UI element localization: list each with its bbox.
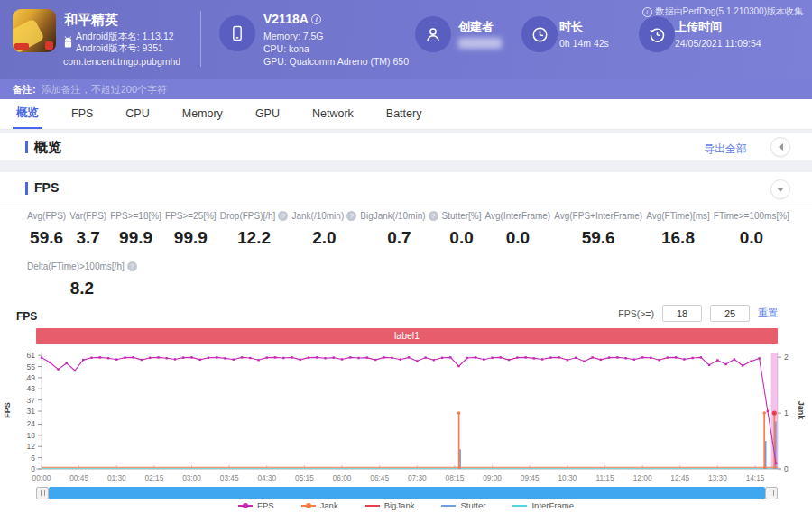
metric-Avg(FPS): Avg(FPS)59.6 bbox=[27, 211, 66, 248]
tab-GPU[interactable]: GPU bbox=[252, 99, 283, 129]
y-tick-label: 24 bbox=[27, 419, 36, 428]
fps-point bbox=[115, 358, 117, 360]
fps-point bbox=[767, 410, 769, 412]
legend-item-Jank[interactable]: Jank bbox=[301, 500, 338, 510]
y-tick-label: 49 bbox=[27, 373, 36, 382]
scrollbar-left-handle[interactable] bbox=[36, 487, 49, 499]
fps-chart-title: FPS bbox=[16, 310, 37, 323]
grip-icon bbox=[770, 490, 774, 496]
person-icon bbox=[424, 25, 442, 43]
help-icon[interactable]: ? bbox=[429, 211, 438, 221]
fps-point bbox=[149, 357, 151, 359]
overview-collapse-button[interactable] bbox=[770, 137, 790, 157]
series-BigJank-marker bbox=[772, 410, 777, 415]
metric-value: 12.2 bbox=[220, 228, 289, 248]
export-all-link[interactable]: 导出全部 bbox=[704, 142, 747, 157]
fps-threshold-controls: FPS(>=) 重置 bbox=[618, 305, 778, 322]
tab-CPU[interactable]: CPU bbox=[122, 99, 152, 129]
perfdog-report-page: 和平精英 Android版本名: 1.13.12 Android版本号: 935… bbox=[0, 0, 812, 513]
metric-label: BigJank(/10min)? bbox=[360, 211, 438, 221]
help-icon[interactable]: ? bbox=[346, 211, 356, 221]
fps-point bbox=[174, 358, 176, 360]
help-icon[interactable]: ? bbox=[278, 211, 288, 221]
chart-legend: FPSJankBigJankStutterInterFrame bbox=[0, 500, 812, 510]
legend-swatch bbox=[441, 505, 456, 507]
creator-icon-circle bbox=[415, 16, 451, 52]
fps-point bbox=[266, 356, 268, 358]
phone-icon bbox=[228, 24, 246, 42]
fps-point bbox=[600, 359, 602, 361]
fps-point bbox=[208, 357, 209, 359]
fps-point bbox=[57, 368, 59, 370]
legend-item-InterFrame[interactable]: InterFrame bbox=[512, 500, 573, 510]
x-tick-label: 09:00 bbox=[483, 473, 502, 482]
help-icon[interactable]: ? bbox=[127, 261, 137, 271]
fps-filter-label: FPS(>=) bbox=[618, 308, 654, 319]
legend-label: Stutter bbox=[460, 500, 485, 510]
metric-label: FPS>=18[%] bbox=[110, 211, 161, 221]
reset-link[interactable]: 重置 bbox=[758, 307, 778, 320]
legend-item-FPS[interactable]: FPS bbox=[238, 500, 273, 510]
y-tick-label: 18 bbox=[27, 431, 36, 440]
metric-label: Avg(FPS) bbox=[27, 211, 66, 221]
fps-point bbox=[433, 359, 435, 361]
fps-point bbox=[324, 357, 326, 359]
legend-swatch bbox=[512, 505, 527, 507]
fps-collapse-button[interactable] bbox=[770, 179, 790, 199]
fps-point bbox=[233, 358, 235, 360]
fps-point bbox=[366, 356, 368, 358]
metric-value: 2.0 bbox=[291, 228, 356, 248]
legend-item-Stutter[interactable]: Stutter bbox=[441, 500, 485, 510]
fps-point bbox=[141, 359, 143, 361]
fps-panel-title: FPS bbox=[34, 180, 59, 195]
tab-FPS[interactable]: FPS bbox=[68, 99, 97, 129]
creator-name-blurred bbox=[458, 38, 502, 49]
fps-point bbox=[616, 356, 618, 358]
fps-threshold-input-1[interactable] bbox=[662, 305, 702, 322]
fps-point bbox=[383, 356, 384, 358]
fps-threshold-input-2[interactable] bbox=[710, 305, 750, 322]
overview-header-row: 概览 导出全部 bbox=[0, 133, 812, 160]
x-tick-label: 09:45 bbox=[521, 473, 540, 482]
fps-point bbox=[475, 356, 476, 358]
metric-label: Drop(FPS)[/h]? bbox=[220, 211, 289, 221]
fps-point bbox=[291, 356, 292, 358]
jank-marker bbox=[457, 411, 461, 415]
android-icon bbox=[63, 36, 73, 52]
fps-point bbox=[641, 356, 643, 358]
x-tick-label: 11:15 bbox=[595, 473, 614, 482]
report-header: 和平精英 Android版本名: 1.13.12 Android版本号: 935… bbox=[0, 0, 812, 79]
tab-Network[interactable]: Network bbox=[309, 99, 357, 129]
fps-point bbox=[650, 357, 651, 359]
label-band[interactable]: label1 bbox=[36, 328, 778, 344]
fps-point bbox=[249, 357, 251, 359]
device-icon-circle bbox=[219, 15, 255, 51]
fps-point bbox=[742, 364, 743, 366]
fps-point bbox=[575, 357, 577, 359]
legend-item-BigJank[interactable]: BigJank bbox=[365, 500, 415, 510]
fps-point bbox=[500, 356, 502, 358]
device-info-icon[interactable]: i bbox=[311, 14, 321, 24]
x-tick-label: 14:15 bbox=[746, 473, 765, 482]
fps-point bbox=[216, 356, 217, 358]
tab-bar: 概览FPSCPUMemoryGPUNetworkBattery bbox=[0, 99, 812, 130]
tab-Battery[interactable]: Battery bbox=[383, 99, 426, 129]
fps-point bbox=[424, 356, 426, 358]
metric-Delta(FTime)>100ms[/h]: Delta(FTime)>100ms[/h]?8.2 bbox=[27, 261, 137, 298]
fps-point bbox=[333, 356, 335, 358]
fps-point bbox=[483, 358, 484, 360]
duration-icon-circle bbox=[521, 16, 558, 52]
metric-value: 0.7 bbox=[360, 228, 438, 248]
metric-label: Avg(FPS+InterFrame) bbox=[554, 211, 642, 221]
tab-Memory[interactable]: Memory bbox=[179, 99, 226, 129]
tab-概览[interactable]: 概览 bbox=[13, 99, 42, 129]
x-tick-label: 10:30 bbox=[558, 473, 577, 482]
scrollbar-track[interactable] bbox=[49, 487, 765, 499]
fps-point bbox=[341, 358, 343, 360]
fps-point bbox=[716, 359, 718, 361]
x-tick-label: 05:15 bbox=[295, 473, 314, 482]
scrollbar-right-handle[interactable] bbox=[765, 487, 778, 499]
android-version-code: Android版本号: 9351 bbox=[76, 42, 163, 55]
note-bar[interactable]: 备注: 添加备注，不超过200个字符 bbox=[0, 79, 812, 99]
fps-point bbox=[190, 356, 192, 358]
